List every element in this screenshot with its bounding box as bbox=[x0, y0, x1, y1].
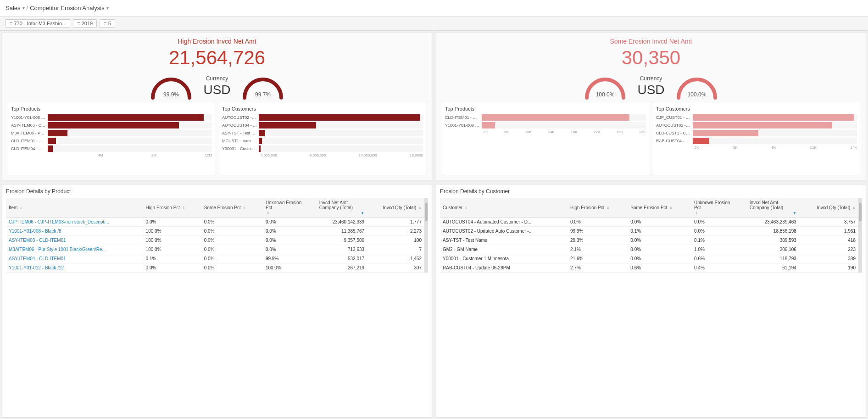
th-item[interactable]: Item ⇕ bbox=[6, 198, 143, 218]
item-link[interactable]: CJPITEM06 - CJP-ITEM03-non stock_Descrip… bbox=[9, 219, 109, 224]
cell-some: 0.0% bbox=[201, 263, 263, 273]
th-high-erosion[interactable]: High Erosion Pct ⇕ bbox=[143, 198, 201, 218]
bar-track bbox=[482, 114, 646, 121]
cell-net: 23,460,142,339 bbox=[317, 218, 367, 227]
title-dropdown-icon[interactable]: ▾ bbox=[106, 6, 109, 11]
bottom-section: Erosion Details by Product Item ⇕ High E… bbox=[0, 182, 868, 419]
scrollbar-thumb bbox=[859, 203, 862, 221]
cell-some: 0.0% bbox=[201, 245, 263, 254]
sort-icon: ⇕ bbox=[695, 211, 698, 215]
bar-row: MCUST1 - name ... bbox=[222, 138, 423, 144]
cell-high: 0.0% bbox=[143, 263, 201, 273]
cell-net: 118,793 bbox=[747, 254, 799, 263]
bar-row: ASY-ITEM03 - CLD... bbox=[11, 122, 212, 128]
th-net-amt[interactable]: Invcd Net Amt –Company (Total) ▼ bbox=[747, 198, 799, 218]
cell-item: Y1001-Y01-008 - Black /8 bbox=[6, 227, 143, 236]
bar-row: CJP_CUST01 - CJP... bbox=[656, 114, 857, 121]
th-unknown-erosion[interactable]: Unknown ErosionPct ⇕ bbox=[691, 198, 747, 218]
bar-row: CLD-ITEM01 - CL... bbox=[11, 138, 212, 144]
sort-icon: ⇕ bbox=[852, 206, 856, 210]
left-gauge-2-svg: 99.7% bbox=[240, 73, 286, 100]
svg-text:100.0%: 100.0% bbox=[687, 91, 706, 98]
cell-customer: Y00001 - Customer 1 Minnesota bbox=[440, 254, 568, 263]
nav-sales[interactable]: Sales bbox=[6, 5, 21, 11]
cell-qty: 1,777 bbox=[367, 218, 424, 227]
bar-fill bbox=[482, 114, 629, 121]
filter-year[interactable]: = 2019 bbox=[73, 19, 97, 28]
bar-track bbox=[48, 130, 212, 136]
bar-label: AUTOCUST02 - U... bbox=[656, 123, 693, 128]
bar-row: CLD-ITEM01 - CL... bbox=[445, 114, 646, 121]
left-currency-label: Currency bbox=[203, 75, 230, 82]
scrollbar-thumb bbox=[425, 203, 428, 221]
th-customer[interactable]: Customer ⇕ bbox=[440, 198, 568, 218]
bar-track bbox=[259, 138, 423, 144]
item-link[interactable]: Y1001-Y01-008 - Black /8 bbox=[9, 229, 61, 234]
cell-high: 2.1% bbox=[568, 245, 628, 254]
cell-some: 0.0% bbox=[628, 218, 691, 227]
right-customers-axis: 2K5K8K11K14K bbox=[656, 145, 857, 150]
bar-label: AUTOCUST04 - A... bbox=[222, 123, 259, 128]
bar-track bbox=[259, 122, 423, 128]
bar-track bbox=[259, 145, 423, 152]
sort-icon-active: ▼ bbox=[361, 211, 364, 215]
bar-fill bbox=[48, 114, 204, 121]
cell-net: 532,017 bbox=[317, 254, 367, 263]
dropdown-icon[interactable]: ▾ bbox=[22, 6, 25, 11]
bar-label: M3AITEM06 - Pur... bbox=[11, 131, 48, 135]
bar-fill bbox=[48, 145, 53, 152]
filter-bar: = 770 - Infor M3 Fashio... = 2019 = 5 bbox=[0, 17, 868, 31]
right-currency: Currency USD bbox=[637, 75, 664, 97]
svg-text:99.9%: 99.9% bbox=[163, 91, 179, 98]
th-some-erosion[interactable]: Some Erosion Pct ⇕ bbox=[201, 198, 263, 218]
bar-row: M3AITEM06 - Pur... bbox=[11, 130, 212, 136]
cell-high: 99.9% bbox=[568, 227, 628, 236]
bar-label: CLD-ITEM04 - CL... bbox=[11, 146, 48, 151]
bar-row: RAB-CUST04 - Up... bbox=[656, 138, 857, 144]
bar-track bbox=[48, 145, 212, 152]
cell-unknown: 0.6% bbox=[691, 254, 747, 263]
cell-customer: AUTOCUST04 - Automated Customer - D... bbox=[440, 218, 568, 227]
cell-item: CJPITEM06 - CJP-ITEM03-non stock_Descrip… bbox=[6, 218, 143, 227]
bar-track bbox=[48, 114, 212, 121]
filter-value[interactable]: = 5 bbox=[100, 19, 115, 28]
table-row: ASY-ITEM03 - CLD-ITEM01 100.0% 0.0% 0.0%… bbox=[6, 236, 424, 245]
bar-label: ASY-TST - Test Na... bbox=[222, 131, 259, 135]
cell-qty: 389 bbox=[799, 254, 858, 263]
table-scrollbar-right[interactable] bbox=[858, 198, 862, 273]
bar-fill bbox=[48, 138, 56, 144]
bar-track bbox=[259, 114, 423, 121]
bar-track bbox=[693, 138, 857, 144]
item-link[interactable]: ASY-ITEM03 - CLD-ITEM01 bbox=[9, 238, 66, 243]
item-link[interactable]: M3AITEM06 - Pur Style 1001 Black/Green/R… bbox=[9, 247, 106, 252]
th-unknown-erosion[interactable]: Unknown ErosionPct ⇕ bbox=[263, 198, 317, 218]
bar-label: CJP_CUST01 - CJP... bbox=[656, 115, 693, 120]
cell-net: 713,633 bbox=[317, 245, 367, 254]
th-qty[interactable]: Invcd Qty (Total) ⇕ bbox=[367, 198, 424, 218]
th-net-amt[interactable]: Invcd Net Amt –Company (Total) ▼ bbox=[317, 198, 367, 218]
filter-company[interactable]: = 770 - Infor M3 Fashio... bbox=[6, 19, 70, 28]
th-some-erosion[interactable]: Some Erosion Pct ⇕ bbox=[628, 198, 691, 218]
bar-fill bbox=[48, 130, 67, 136]
left-products-bars: Y1001-Y01-008 - ... ASY-ITEM03 - CLD... … bbox=[11, 114, 212, 152]
cell-qty: 3,757 bbox=[799, 218, 858, 227]
right-top-customers-title: Top Customers bbox=[656, 106, 857, 112]
th-high-erosion[interactable]: High Erosion Pct ⇕ bbox=[568, 198, 628, 218]
table-scrollbar[interactable] bbox=[424, 198, 428, 273]
table-row: M3AITEM06 - Pur Style 1001 Black/Green/R… bbox=[6, 245, 424, 254]
sort-icon-active: ▼ bbox=[793, 211, 796, 215]
cell-item: ASY-ITEM03 - CLD-ITEM01 bbox=[6, 236, 143, 245]
bar-track bbox=[259, 130, 423, 136]
item-link[interactable]: ASY-ITEM04 - CLD-ITEM01 bbox=[9, 256, 66, 261]
th-qty[interactable]: Invcd Qty (Total) ⇕ bbox=[799, 198, 858, 218]
table-header: Item ⇕ High Erosion Pct ⇕ Some Erosion P… bbox=[6, 198, 424, 218]
erosion-by-customer-title: Erosion Details by Customer bbox=[440, 188, 862, 195]
cell-high: 100.0% bbox=[143, 236, 201, 245]
bar-label: CLD-ITEM01 - CL... bbox=[445, 115, 482, 120]
right-kpi-panel: Some Erosion Invcd Net Amt 30,350 100.0%… bbox=[436, 33, 866, 180]
header-row: Customer ⇕ High Erosion Pct ⇕ Some Erosi… bbox=[440, 198, 858, 218]
item-link[interactable]: Y1001-Y01-012 - Black /12 bbox=[9, 265, 64, 270]
cell-net: 309,593 bbox=[747, 236, 799, 245]
left-kpi-panel: High Erosion Invcd Net Amt 21,564,726 99… bbox=[2, 33, 432, 180]
left-gauge-1-svg: 99.9% bbox=[148, 73, 194, 100]
